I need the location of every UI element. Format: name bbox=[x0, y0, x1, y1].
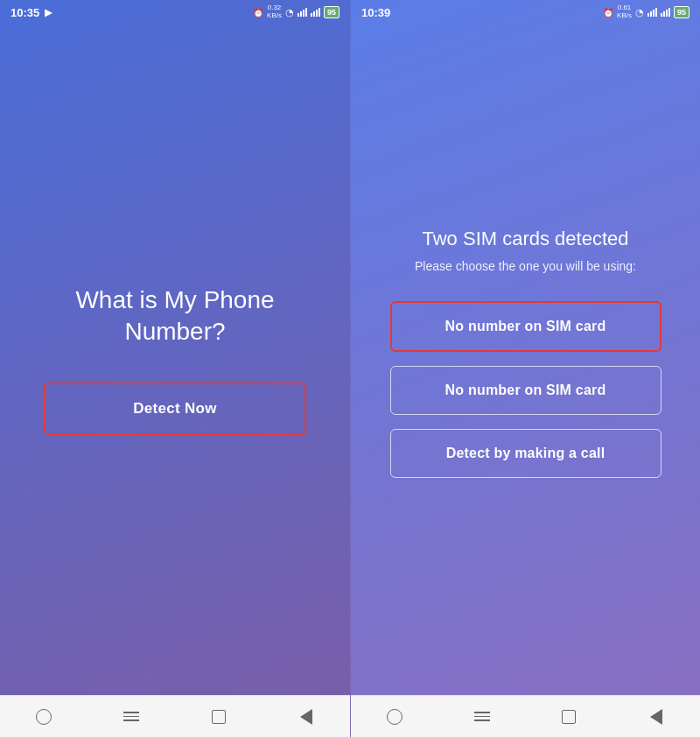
recents-square-icon-r bbox=[562, 710, 576, 724]
right-status-left: 10:39 bbox=[361, 6, 390, 19]
right-alarm-icon: ⏰ bbox=[603, 8, 613, 18]
left-nav-bar bbox=[0, 695, 350, 737]
detect-now-button[interactable]: Detect Now bbox=[44, 383, 306, 435]
right-phone-screen: 10:39 ⏰ 0.61KB/s ◔ 95 Two SIM cards dete… bbox=[350, 0, 700, 737]
sim-subtitle: Please choose the one you will be using: bbox=[415, 259, 636, 273]
left-alarm-icon: ⏰ bbox=[253, 8, 263, 18]
left-nav-recents[interactable] bbox=[206, 705, 231, 729]
right-signal-bars bbox=[648, 8, 657, 17]
left-status-bar: 10:35 ▶ ⏰ 0.32KB/s ◔ 95 bbox=[0, 0, 350, 25]
right-wifi-icon: ◔ bbox=[635, 7, 644, 18]
home-circle-icon-r bbox=[387, 709, 402, 725]
menu-lines-icon-r bbox=[474, 712, 490, 721]
recents-square-icon bbox=[212, 710, 226, 724]
right-signal-bars-2 bbox=[661, 8, 670, 17]
left-signal-bars bbox=[298, 8, 307, 17]
right-battery: 95 bbox=[674, 6, 690, 18]
right-nav-back[interactable] bbox=[644, 705, 668, 729]
left-wifi-icon: ◔ bbox=[285, 7, 294, 18]
back-triangle-icon-r bbox=[650, 709, 662, 725]
sim-option-2-button[interactable]: No number on SIM card bbox=[390, 366, 662, 415]
right-data-rate: 0.61KB/s bbox=[617, 4, 632, 20]
left-nav-home[interactable] bbox=[32, 705, 56, 729]
sim-option-3-button[interactable]: Detect by making a call bbox=[390, 429, 662, 478]
right-nav-menu[interactable] bbox=[470, 705, 494, 729]
app-title: What is My Phone Number? bbox=[28, 284, 322, 348]
left-time: 10:35 bbox=[10, 6, 39, 19]
right-nav-recents[interactable] bbox=[556, 705, 581, 729]
right-status-right: ⏰ 0.61KB/s ◔ 95 bbox=[603, 4, 690, 20]
sim-option-1-button[interactable]: No number on SIM card bbox=[390, 301, 662, 352]
left-nav-menu[interactable] bbox=[119, 705, 144, 729]
left-status-right: ⏰ 0.32KB/s ◔ 95 bbox=[253, 4, 340, 20]
right-nav-bar bbox=[351, 695, 700, 737]
left-battery: 95 bbox=[324, 6, 340, 18]
left-nav-back[interactable] bbox=[294, 705, 318, 729]
menu-lines-icon bbox=[123, 712, 139, 721]
left-data-rate: 0.32KB/s bbox=[267, 4, 282, 20]
left-screen-content: What is My Phone Number? Detect Now bbox=[0, 25, 350, 695]
right-screen-content: Two SIM cards detected Please choose the… bbox=[351, 25, 700, 695]
left-phone-screen: 10:35 ▶ ⏰ 0.32KB/s ◔ 95 What is My Phone bbox=[0, 0, 350, 737]
left-status-left: 10:35 ▶ bbox=[10, 6, 52, 19]
left-youtube-icon: ▶ bbox=[45, 7, 52, 18]
right-status-bar: 10:39 ⏰ 0.61KB/s ◔ 95 bbox=[351, 0, 700, 25]
right-time: 10:39 bbox=[361, 6, 390, 19]
home-circle-icon bbox=[36, 709, 52, 725]
sim-detected-title: Two SIM cards detected bbox=[423, 228, 629, 250]
right-nav-home[interactable] bbox=[382, 705, 407, 729]
back-triangle-icon bbox=[300, 709, 312, 725]
left-signal-bars-2 bbox=[311, 8, 320, 17]
